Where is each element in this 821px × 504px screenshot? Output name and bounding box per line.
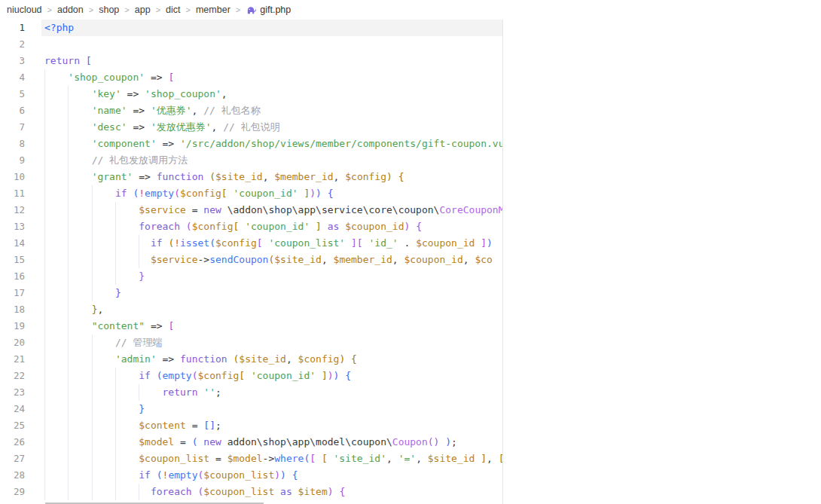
code-line[interactable]: 28 if (!empty($coupon_list)) { (0, 467, 502, 484)
code-line-content[interactable]: $service = new \addon\shop\app\service\c… (41, 202, 502, 218)
line-number[interactable]: 5 (0, 86, 41, 102)
code-line-content[interactable]: return ''; (41, 384, 502, 401)
line-number[interactable]: 23 (0, 384, 41, 401)
line-number[interactable]: 14 (0, 235, 41, 252)
code-editor[interactable]: 1<?php23return [4 'shop_coupon' => [5 'k… (0, 20, 503, 504)
code-line-content[interactable]: $service->sendCoupon($site_id, $member_i… (41, 252, 502, 268)
line-number[interactable]: 13 (0, 218, 41, 235)
line-number[interactable]: 20 (0, 334, 41, 351)
code-line-content[interactable]: 'component' => '/src/addon/shop/views/me… (41, 136, 502, 152)
line-number[interactable]: 27 (0, 451, 41, 467)
line-number[interactable]: 7 (0, 119, 41, 136)
line-number[interactable]: 21 (0, 351, 41, 368)
code-line-content[interactable]: "content" => [ (41, 318, 502, 334)
line-number[interactable]: 15 (0, 252, 41, 268)
code-line-content[interactable]: // 管理端 (41, 334, 502, 351)
line-number[interactable]: 8 (0, 136, 41, 152)
code-line-content[interactable]: $model = ( new addon\shop\app\model\coup… (41, 434, 502, 451)
code-line[interactable]: 15 $service->sendCoupon($site_id, $membe… (0, 252, 502, 268)
code-line[interactable]: 19 "content" => [ (0, 318, 502, 334)
line-number[interactable]: 9 (0, 152, 41, 169)
code-line[interactable]: 24 } (0, 401, 502, 417)
breadcrumb-file[interactable]: gift.php (246, 5, 291, 15)
line-number[interactable]: 3 (0, 53, 41, 69)
code-line[interactable]: 3return [ (0, 53, 502, 69)
code-line[interactable]: 23 return ''; (0, 384, 502, 401)
code-line-content[interactable]: $coupon_list = $model->where([ [ 'site_i… (41, 451, 502, 467)
code-line[interactable]: 25 $content = []; (0, 417, 502, 434)
code-line[interactable]: 5 'key' => 'shop_coupon', (0, 86, 502, 102)
breadcrumb-item-niucloud[interactable]: niucloud (7, 5, 42, 15)
code-line-content[interactable]: } (41, 401, 502, 417)
code-line-content[interactable]: 'key' => 'shop_coupon', (41, 86, 502, 102)
code-line[interactable]: 13 foreach ($config[ 'coupon_id' ] as $c… (0, 218, 502, 235)
breadcrumb-item-shop[interactable]: shop (99, 5, 119, 15)
line-number[interactable]: 25 (0, 417, 41, 434)
code-line-content[interactable]: foreach ($coupon_list as $item) { (41, 484, 502, 500)
code-line[interactable]: 1<?php (0, 20, 502, 36)
line-number[interactable]: 1 (0, 20, 41, 36)
code-line-content[interactable]: 'shop_coupon' => [ (41, 69, 502, 86)
line-number[interactable]: 26 (0, 434, 41, 451)
line-number[interactable]: 4 (0, 69, 41, 86)
line-number[interactable]: 17 (0, 285, 41, 301)
code-line-content[interactable]: <?php (41, 20, 502, 36)
code-line-content[interactable]: if (!empty($config[ 'coupon_id' ])) { (41, 185, 502, 202)
code-line-content[interactable]: } (41, 268, 502, 285)
line-number[interactable]: 28 (0, 467, 41, 484)
code-line[interactable]: 14 if (!isset($config[ 'coupon_list' ][ … (0, 235, 502, 252)
code-line[interactable]: 12 $service = new \addon\shop\app\servic… (0, 202, 502, 218)
line-number[interactable]: 12 (0, 202, 41, 218)
line-number[interactable]: 2 (0, 36, 41, 53)
code-line-content[interactable] (41, 36, 502, 53)
code-line[interactable]: 6 'name' => '优惠券', // 礼包名称 (0, 102, 502, 119)
line-number[interactable]: 18 (0, 301, 41, 318)
breadcrumb-item-dict[interactable]: dict (166, 5, 180, 15)
code-line[interactable]: 8 'component' => '/src/addon/shop/views/… (0, 136, 502, 152)
code-line-content[interactable]: 'desc' => '发放优惠券', // 礼包说明 (41, 119, 502, 136)
code-line[interactable]: 26 $model = ( new addon\shop\app\model\c… (0, 434, 502, 451)
code-line-content[interactable]: if (!empty($coupon_list)) { (41, 467, 502, 484)
code-token: ) (274, 469, 280, 481)
line-number[interactable]: 19 (0, 318, 41, 334)
code-token: ( (209, 171, 215, 182)
code-line-content[interactable]: if (empty($config[ 'coupon_id' ])) { (41, 368, 502, 384)
code-line-content[interactable]: $content = []; (41, 417, 502, 434)
line-number[interactable]: 10 (0, 169, 41, 185)
code-line-content[interactable]: 'grant' => function ($site_id, $member_i… (41, 169, 502, 185)
code-line[interactable]: 11 if (!empty($config[ 'coupon_id' ])) { (0, 185, 502, 202)
code-line[interactable]: 2 (0, 36, 502, 53)
code-line[interactable]: 16 } (0, 268, 502, 285)
line-number[interactable]: 6 (0, 102, 41, 119)
code-line[interactable]: 9 // 礼包发放调用方法 (0, 152, 502, 169)
code-line[interactable]: 7 'desc' => '发放优惠券', // 礼包说明 (0, 119, 502, 136)
code-line[interactable]: 21 'admin' => function ($site_id, $confi… (0, 351, 502, 368)
code-token: empty (145, 188, 174, 199)
code-line-content[interactable]: }, (41, 301, 502, 318)
code-line[interactable]: 17 } (0, 285, 502, 301)
line-number[interactable]: 24 (0, 401, 41, 417)
code-line[interactable]: 4 'shop_coupon' => [ (0, 69, 502, 86)
code-line-content[interactable]: // 礼包发放调用方法 (41, 152, 502, 169)
code-line-content[interactable]: foreach ($config[ 'coupon_id' ] as $coup… (41, 218, 502, 235)
breadcrumb-item-app[interactable]: app (135, 5, 151, 15)
code-line[interactable]: 27 $coupon_list = $model->where([ [ 'sit… (0, 451, 502, 467)
indent-guides (44, 417, 116, 434)
code-line[interactable]: 20 // 管理端 (0, 334, 502, 351)
code-line-content[interactable]: 'admin' => function ($site_id, $config) … (41, 351, 502, 368)
code-line[interactable]: 10 'grant' => function ($site_id, $membe… (0, 169, 502, 185)
line-number[interactable]: 11 (0, 185, 41, 202)
breadcrumb-item-member[interactable]: member (196, 5, 230, 15)
code-line-content[interactable]: 'name' => '优惠券', // 礼包名称 (41, 102, 502, 119)
code-line-content[interactable]: } (41, 285, 502, 301)
line-number[interactable]: 22 (0, 368, 41, 384)
code-line-content[interactable]: return [ (41, 53, 502, 69)
breadcrumb-item-addon[interactable]: addon (57, 5, 84, 15)
line-number[interactable]: 29 (0, 484, 41, 500)
code-line[interactable]: 18 }, (0, 301, 502, 318)
code-line-content[interactable]: if (!isset($config[ 'coupon_list' ][ 'id… (41, 235, 502, 252)
code-line[interactable]: 29 foreach ($coupon_list as $item) { (0, 484, 502, 500)
code-line[interactable]: 22 if (empty($config[ 'coupon_id' ])) { (0, 368, 502, 384)
code-token: '发放优惠券' (151, 121, 212, 133)
line-number[interactable]: 16 (0, 268, 41, 285)
